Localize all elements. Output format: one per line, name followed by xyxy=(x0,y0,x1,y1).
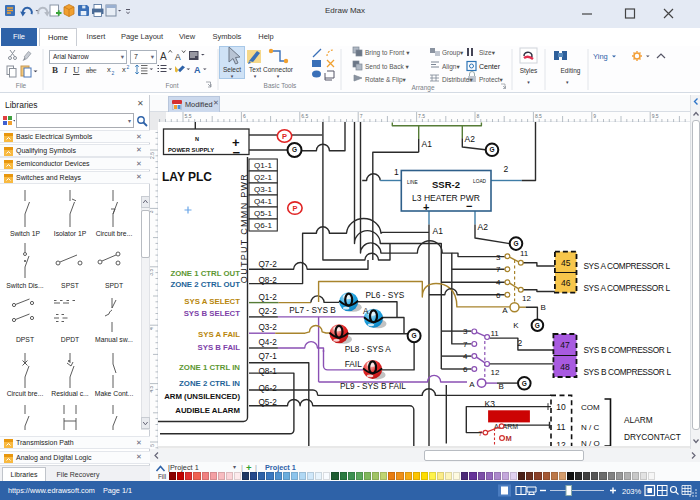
svg-text:A1: A1 xyxy=(433,226,444,236)
svg-text:SYS A COMPRESSOR L: SYS A COMPRESSOR L xyxy=(583,261,670,271)
svg-text:48: 48 xyxy=(560,362,570,372)
svg-text:46: 46 xyxy=(561,278,571,288)
svg-text:Q8-1: Q8-1 xyxy=(259,367,278,376)
svg-text:G: G xyxy=(489,146,494,153)
svg-text:3: 3 xyxy=(463,327,468,336)
svg-text:7: 7 xyxy=(463,340,468,349)
svg-text:SYS B SELECT: SYS B SELECT xyxy=(184,309,241,318)
svg-text:10: 10 xyxy=(556,402,566,412)
svg-text:Q5-2: Q5-2 xyxy=(259,398,278,407)
svg-text:G: G xyxy=(513,240,518,247)
svg-text:11: 11 xyxy=(557,422,566,432)
svg-text:A: A xyxy=(502,306,508,315)
svg-text:LOAD: LOAD xyxy=(473,179,487,184)
svg-text:A2: A2 xyxy=(478,222,489,232)
svg-text:203%: 203% xyxy=(622,487,642,496)
svg-text:PL8 - SYS A: PL8 - SYS A xyxy=(345,344,392,354)
svg-text:47: 47 xyxy=(560,340,570,350)
svg-text:ZONE 1 CTRL OUT: ZONE 1 CTRL OUT xyxy=(170,269,240,278)
svg-text:2: 2 xyxy=(518,338,523,348)
svg-text:M: M xyxy=(506,434,512,443)
svg-text:2: 2 xyxy=(504,164,509,174)
svg-text:Q6-2: Q6-2 xyxy=(259,384,278,393)
svg-text:PL7 - SYS B: PL7 - SYS B xyxy=(289,305,336,315)
svg-text:A: A xyxy=(363,306,369,316)
svg-text:DRYCONTACT: DRYCONTACT xyxy=(624,432,681,442)
svg-text:Q7-1: Q7-1 xyxy=(259,352,278,361)
svg-text:Q4-1: Q4-1 xyxy=(254,197,272,206)
svg-text:COM: COM xyxy=(581,403,600,412)
svg-text:−: − xyxy=(466,200,472,212)
svg-text:7: 7 xyxy=(479,430,483,437)
svg-text:ZONE 2 CTRL IN: ZONE 2 CTRL IN xyxy=(179,379,240,388)
svg-text:Q1-2: Q1-2 xyxy=(259,293,278,302)
svg-text:LINE: LINE xyxy=(407,180,418,185)
svg-text:45: 45 xyxy=(561,258,571,268)
svg-text:6: 6 xyxy=(496,291,501,300)
svg-text:ZONE 2 CTRL OUT: ZONE 2 CTRL OUT xyxy=(170,280,240,289)
svg-text:PL9 - SYS B FAIL: PL9 - SYS B FAIL xyxy=(340,381,406,391)
svg-text:G: G xyxy=(535,322,540,329)
svg-text:G: G xyxy=(412,332,417,339)
svg-text:PL6 - SYS: PL6 - SYS xyxy=(366,290,405,300)
svg-text:SSR-2: SSR-2 xyxy=(432,179,460,190)
svg-text:Q2-1: Q2-1 xyxy=(254,173,272,182)
svg-text:12: 12 xyxy=(491,368,500,377)
svg-text:SYS A FAIL: SYS A FAIL xyxy=(198,330,240,339)
svg-text:OUTPUT CMMN PWR: OUTPUT CMMN PWR xyxy=(239,173,249,283)
svg-text:SYS A SELECT: SYS A SELECT xyxy=(184,297,240,306)
svg-text:N / C: N / C xyxy=(581,423,599,432)
svg-text:4: 4 xyxy=(496,278,501,287)
svg-text:4: 4 xyxy=(463,352,468,361)
svg-text:K3: K3 xyxy=(485,399,496,409)
svg-text:Q7-2: Q7-2 xyxy=(259,260,278,269)
svg-text:12: 12 xyxy=(522,294,531,303)
svg-text:LAY PLC: LAY PLC xyxy=(162,170,212,184)
svg-text:A2: A2 xyxy=(465,134,476,144)
svg-text:ARM (UNSILENCED): ARM (UNSILENCED) xyxy=(164,392,240,401)
svg-text:B: B xyxy=(541,303,546,312)
svg-text:P: P xyxy=(282,132,287,141)
svg-text:FAIL: FAIL xyxy=(345,359,362,369)
svg-text:−: − xyxy=(233,145,241,160)
svg-text:Q1-1: Q1-1 xyxy=(254,161,272,170)
svg-text:Q3-2: Q3-2 xyxy=(259,323,278,332)
svg-text:SYS B COMPRESSOR L: SYS B COMPRESSOR L xyxy=(583,367,671,377)
svg-text:3: 3 xyxy=(496,253,501,262)
svg-text:Q3-1: Q3-1 xyxy=(254,185,272,194)
svg-text:POWER SUPPLY: POWER SUPPLY xyxy=(168,147,214,153)
svg-text:+: + xyxy=(423,201,429,213)
svg-text:B: B xyxy=(499,382,504,391)
svg-text:11: 11 xyxy=(491,329,500,338)
svg-text:SYS B FAIL: SYS B FAIL xyxy=(198,343,241,352)
svg-text:A: A xyxy=(469,380,475,389)
svg-text:1: 1 xyxy=(394,167,399,177)
svg-text:P: P xyxy=(292,204,297,213)
svg-text:Q8-2: Q8-2 xyxy=(259,276,278,285)
svg-text:ZONE 1 CTRL IN: ZONE 1 CTRL IN xyxy=(179,363,240,372)
svg-text:G: G xyxy=(522,380,527,387)
svg-text:Q6-1: Q6-1 xyxy=(254,221,272,230)
svg-text:Q5-1: Q5-1 xyxy=(254,209,272,218)
svg-text:Q4-2: Q4-2 xyxy=(259,338,278,347)
svg-text:11: 11 xyxy=(520,249,529,258)
svg-text:AUDIBLE ALARM: AUDIBLE ALARM xyxy=(175,406,240,415)
svg-text:7: 7 xyxy=(496,265,501,274)
svg-text:Q2-2: Q2-2 xyxy=(259,307,278,316)
svg-text:SYS A COMPRESSOR L: SYS A COMPRESSOR L xyxy=(583,283,670,293)
svg-text:G: G xyxy=(292,146,297,153)
svg-text:ALARM: ALARM xyxy=(624,415,653,425)
svg-text:6: 6 xyxy=(463,365,468,374)
svg-text:A1: A1 xyxy=(422,139,433,149)
svg-text:K: K xyxy=(513,321,519,330)
svg-text:SYS B COMPRESSOR L: SYS B COMPRESSOR L xyxy=(583,345,671,355)
svg-text:N: N xyxy=(195,136,199,142)
